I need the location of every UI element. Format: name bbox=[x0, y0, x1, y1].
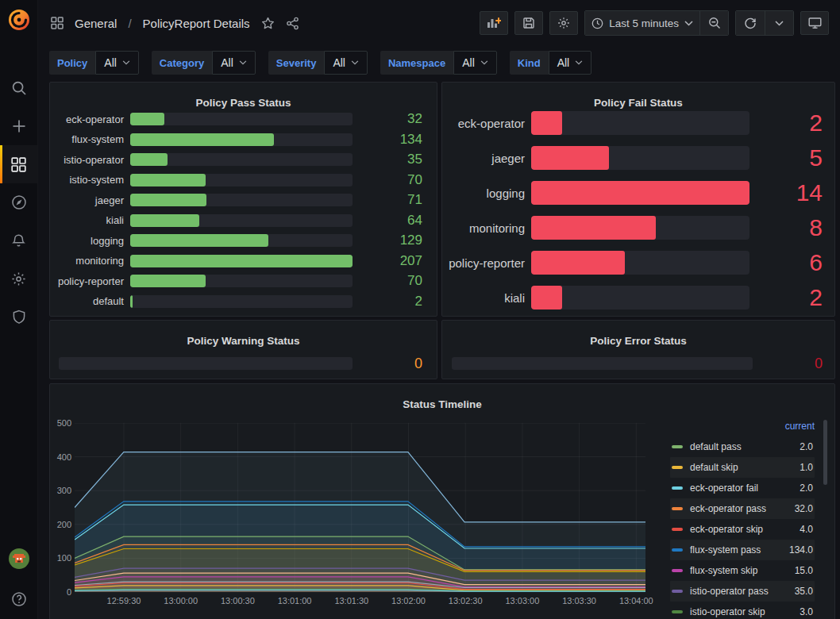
grafana-dashboard: General / PolicyReport Details bbox=[0, 0, 840, 619]
time-picker-group: Last 5 minutes bbox=[584, 10, 729, 36]
chevron-down-icon bbox=[480, 60, 488, 65]
filter-label: Policy bbox=[49, 51, 95, 75]
filter-policy: Policy All bbox=[49, 51, 139, 75]
compass-icon bbox=[11, 194, 27, 210]
chevron-down-icon bbox=[122, 60, 130, 65]
legend-row: flux-system skip15.0 bbox=[670, 560, 815, 581]
kiosk-mode-button[interactable] bbox=[800, 11, 829, 35]
clock-icon bbox=[591, 17, 603, 29]
panel-title[interactable]: Policy Warning Status bbox=[50, 335, 437, 347]
refresh-icon bbox=[744, 17, 757, 29]
y-tick-label: 0 bbox=[52, 587, 71, 597]
plus-icon bbox=[12, 119, 26, 133]
dashboards-grid-icon bbox=[11, 157, 26, 172]
series-label[interactable]: default skip bbox=[690, 462, 781, 473]
bar-row: logging14 bbox=[449, 181, 823, 205]
filter-label: Severity bbox=[268, 51, 325, 75]
chevron-down-icon bbox=[239, 60, 247, 65]
panel-title[interactable]: Policy Error Status bbox=[442, 335, 834, 347]
sidebar-item-configuration[interactable] bbox=[0, 260, 37, 298]
chevron-down-icon bbox=[575, 60, 583, 65]
apps-grid-icon[interactable] bbox=[51, 17, 64, 29]
time-range-label: Last 5 minutes bbox=[609, 17, 679, 29]
series-label[interactable]: istio-operator skip bbox=[690, 606, 781, 617]
sidebar-item-explore[interactable] bbox=[0, 183, 37, 221]
filter-namespace-dropdown[interactable]: All bbox=[453, 51, 497, 75]
bar-row: monitoring8 bbox=[449, 216, 823, 240]
refresh-interval-dropdown[interactable] bbox=[765, 11, 793, 35]
series-swatch bbox=[672, 548, 683, 552]
y-tick-label: 100 bbox=[52, 553, 71, 563]
chevron-down-icon bbox=[351, 60, 359, 65]
y-tick-label: 200 bbox=[52, 520, 71, 529]
series-label[interactable]: eck-operator skip bbox=[690, 524, 781, 535]
legend-row: default skip1.0 bbox=[670, 457, 815, 478]
refresh-button[interactable] bbox=[736, 11, 765, 35]
sidebar-item-create[interactable] bbox=[0, 107, 37, 145]
top-navbar: General / PolicyReport Details bbox=[37, 0, 840, 46]
series-swatch bbox=[672, 569, 683, 572]
timeline-chart bbox=[75, 423, 645, 592]
series-label[interactable]: istio-operator pass bbox=[690, 586, 781, 597]
filter-category-dropdown[interactable]: All bbox=[212, 51, 256, 75]
grafana-logo-icon[interactable] bbox=[7, 7, 31, 33]
panel-title[interactable]: Policy Fail Status bbox=[442, 97, 834, 109]
legend-current-header[interactable]: current bbox=[670, 421, 815, 436]
dashboard-settings-button[interactable] bbox=[549, 11, 578, 35]
sidebar-item-server-admin[interactable] bbox=[0, 298, 37, 336]
chevron-down-icon bbox=[684, 21, 693, 26]
search-icon bbox=[11, 80, 27, 96]
filter-kind-dropdown[interactable]: All bbox=[549, 51, 592, 75]
sidebar-item-search[interactable] bbox=[0, 69, 37, 107]
series-swatch bbox=[672, 466, 683, 469]
legend-row: flux-system pass134.0 bbox=[670, 540, 815, 560]
save-icon bbox=[522, 17, 535, 29]
filter-category: Category All bbox=[152, 51, 256, 75]
panel-title[interactable]: Status Timeline bbox=[50, 398, 834, 410]
bar-gauge-fail: eck-operator2 jaeger5 logging14 monitori… bbox=[449, 111, 823, 310]
panel-title[interactable]: Policy Pass Status bbox=[50, 97, 437, 109]
bar-row: kiali2 bbox=[449, 286, 823, 310]
x-tick-label: 13:00:00 bbox=[157, 596, 205, 606]
legend-scrollbar[interactable] bbox=[823, 420, 827, 485]
series-swatch bbox=[672, 528, 683, 531]
refresh-group bbox=[735, 10, 794, 36]
bar-row: eck-operator2 bbox=[449, 111, 823, 135]
panel-policy-warning-status: Policy Warning Status 0 bbox=[49, 320, 437, 379]
series-swatch bbox=[672, 610, 683, 613]
sidebar-item-dashboards[interactable] bbox=[0, 145, 37, 183]
zoom-out-time-button[interactable] bbox=[699, 11, 728, 35]
series-label[interactable]: eck-operator fail bbox=[690, 483, 781, 494]
time-range-picker[interactable]: Last 5 minutes bbox=[585, 11, 699, 35]
user-avatar[interactable] bbox=[0, 540, 37, 578]
save-dashboard-button[interactable] bbox=[514, 11, 543, 35]
series-label[interactable]: flux-system skip bbox=[690, 565, 781, 576]
star-icon[interactable] bbox=[261, 17, 275, 30]
panel-policy-fail-status: Policy Fail Status eck-operator2 jaeger5… bbox=[441, 82, 835, 317]
filter-severity-dropdown[interactable]: All bbox=[324, 51, 368, 75]
sidebar-item-alerting[interactable] bbox=[0, 221, 37, 260]
bar-row: logging129 bbox=[56, 233, 422, 248]
legend-row: eck-operator pass32.0 bbox=[670, 498, 815, 519]
filter-policy-dropdown[interactable]: All bbox=[95, 51, 139, 75]
series-label[interactable]: flux-system pass bbox=[690, 544, 781, 556]
add-panel-button[interactable] bbox=[480, 11, 508, 35]
dashboard-title: PolicyReport Details bbox=[143, 17, 250, 30]
bar-row: kiali64 bbox=[56, 213, 422, 229]
help-circle-icon bbox=[11, 591, 27, 607]
series-swatch bbox=[672, 590, 683, 593]
add-panel-icon bbox=[487, 17, 501, 29]
x-tick-label: 13:04:00 bbox=[612, 596, 660, 606]
bar-row: default2 bbox=[56, 294, 422, 310]
y-tick-label: 300 bbox=[52, 486, 71, 495]
x-axis-labels: 12:59:3013:00:0013:00:3013:01:0013:01:30… bbox=[75, 596, 645, 607]
series-label[interactable]: eck-operator pass bbox=[690, 503, 781, 514]
sidebar-item-help[interactable] bbox=[0, 580, 37, 618]
legend-row: eck-operator skip4.0 bbox=[670, 519, 815, 540]
series-swatch bbox=[672, 486, 683, 490]
share-icon[interactable] bbox=[286, 17, 299, 30]
breadcrumb-folder[interactable]: General bbox=[75, 17, 117, 30]
x-tick-label: 13:03:00 bbox=[499, 596, 546, 606]
panel-policy-pass-status: Policy Pass Status eck-operator32 flux-s… bbox=[49, 82, 437, 317]
series-label[interactable]: default pass bbox=[690, 441, 781, 452]
